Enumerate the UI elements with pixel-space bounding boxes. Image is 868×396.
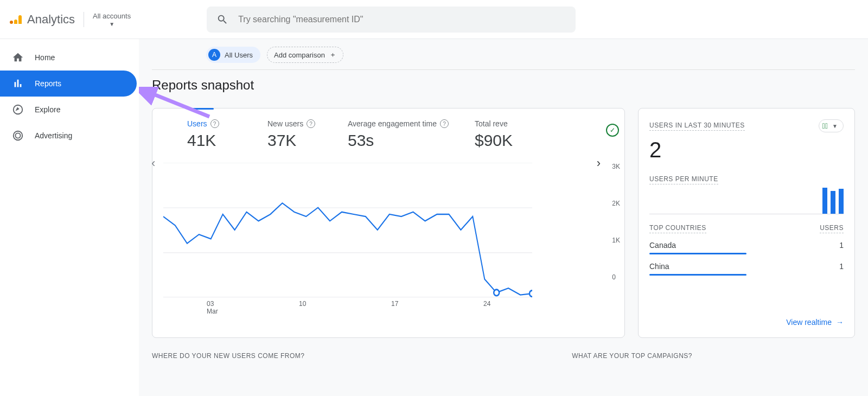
sidebar-item-label: Explore	[35, 105, 60, 114]
link-label: View realtime	[786, 318, 832, 327]
section-label-left: WHERE DO YOUR NEW USERS COME FROM?	[152, 352, 304, 360]
app-header: Analytics All accounts ▼	[0, 0, 868, 39]
minute-bar	[822, 188, 827, 214]
arrow-right-icon: →	[836, 318, 844, 327]
page-title: Reports snapshot	[152, 78, 855, 93]
section-labels: WHERE DO YOUR NEW USERS COME FROM? WHAT …	[152, 352, 855, 360]
minute-bar	[839, 189, 844, 214]
audience-label: All Users	[225, 51, 253, 59]
metrics-row: Users? 41K New users? 37K Average engage…	[163, 119, 614, 150]
realtime-card: USERS IN LAST 30 MINUTES ✓⃝ ▼ 2 USERS PE…	[638, 108, 855, 338]
per-minute-bars	[649, 188, 844, 214]
metric-total-revenue[interactable]: Total reve $90K	[475, 119, 529, 150]
help-icon[interactable]: ?	[440, 119, 449, 128]
accounts-selector[interactable]: All accounts ▼	[93, 12, 131, 27]
annotation-arrow-icon	[139, 87, 215, 125]
search-icon	[216, 14, 228, 25]
bar-chart-icon	[12, 78, 24, 90]
chart-y-axis: 3K 2K 1K 0	[612, 163, 620, 281]
realtime-title: USERS IN LAST 30 MINUTES	[649, 122, 745, 131]
metric-value: 41K	[187, 131, 241, 150]
scroll-left-button[interactable]: ‹	[151, 156, 155, 170]
minute-bar	[831, 191, 835, 214]
countries-header-left: TOP COUNTRIES	[649, 224, 706, 233]
logo-area: Analytics	[10, 12, 75, 27]
audience-badge: A	[208, 49, 220, 61]
sidebar-item-label: Advertising	[35, 131, 72, 140]
country-row: Canada1	[649, 241, 844, 254]
per-minute-label: USERS PER MINUTE	[649, 175, 718, 184]
search-input[interactable]	[238, 15, 566, 24]
explore-icon	[12, 104, 24, 116]
sidebar-item-label: Home	[35, 53, 55, 62]
snapshot-metrics-card: ‹ › ✓ Users? 41K New users? 37K Average …	[152, 108, 625, 338]
add-comparison-label: Add comparison	[274, 51, 325, 59]
sidebar-item-label: Reports	[35, 79, 61, 88]
top-countries-section: TOP COUNTRIES USERS Canada1 China1	[649, 224, 844, 276]
help-icon[interactable]: ?	[307, 119, 315, 128]
sidebar-item-reports[interactable]: Reports	[0, 71, 137, 97]
sidebar-item-explore[interactable]: Explore	[0, 97, 137, 123]
metric-value: 37K	[267, 131, 322, 150]
country-bar	[649, 274, 746, 276]
checkmark-icon: ✓⃝	[822, 122, 828, 130]
divider	[84, 12, 84, 27]
realtime-user-count: 2	[649, 138, 844, 162]
metric-label: New users	[267, 119, 303, 128]
countries-header-right: USERS	[820, 224, 844, 233]
home-icon	[12, 52, 24, 63]
svg-point-5	[494, 290, 499, 296]
cards-row: ‹ › ✓ Users? 41K New users? 37K Average …	[152, 108, 855, 338]
caret-down-icon: ▼	[830, 123, 840, 129]
search-bar[interactable]	[207, 7, 576, 33]
audience-chip-all-users[interactable]: A All Users	[206, 47, 260, 63]
status-pill[interactable]: ✓⃝ ▼	[819, 119, 844, 132]
country-bar	[649, 253, 746, 254]
sidebar: Home Reports Explore Advertising	[0, 39, 139, 396]
metric-value: 53s	[348, 131, 449, 150]
audience-row: A All Users Add comparison ＋	[206, 47, 855, 63]
plus-icon: ＋	[329, 50, 336, 60]
main-content: A All Users Add comparison ＋ Reports sna…	[139, 39, 868, 396]
chart-x-axis: 03Mar 10 17 24	[207, 300, 614, 315]
svg-point-6	[529, 290, 532, 296]
target-icon	[12, 130, 24, 142]
metric-new-users[interactable]: New users? 37K	[267, 119, 322, 150]
users-trend-chart: 3K 2K 1K 0 03Mar 10 17 24	[163, 163, 614, 315]
quality-check-icon[interactable]: ✓	[606, 124, 619, 137]
metric-avg-engagement[interactable]: Average engagement time? 53s	[348, 119, 449, 150]
country-row: China1	[649, 262, 844, 276]
line-chart-svg	[163, 163, 532, 298]
product-name: Analytics	[27, 12, 75, 27]
analytics-logo-icon	[10, 15, 22, 24]
sidebar-item-advertising[interactable]: Advertising	[0, 123, 137, 149]
view-realtime-link[interactable]: View realtime →	[649, 318, 844, 327]
sidebar-item-home[interactable]: Home	[0, 44, 137, 71]
add-comparison-button[interactable]: Add comparison ＋	[267, 47, 343, 63]
metric-label: Total reve	[475, 119, 508, 128]
svg-line-0	[149, 92, 209, 117]
section-label-right: WHAT ARE YOUR TOP CAMPAIGNS?	[572, 352, 692, 360]
accounts-label: All accounts	[93, 12, 131, 20]
metric-value: $90K	[475, 131, 529, 150]
metric-label: Average engagement time	[348, 119, 437, 128]
caret-down-icon: ▼	[109, 21, 114, 27]
divider	[152, 69, 855, 70]
